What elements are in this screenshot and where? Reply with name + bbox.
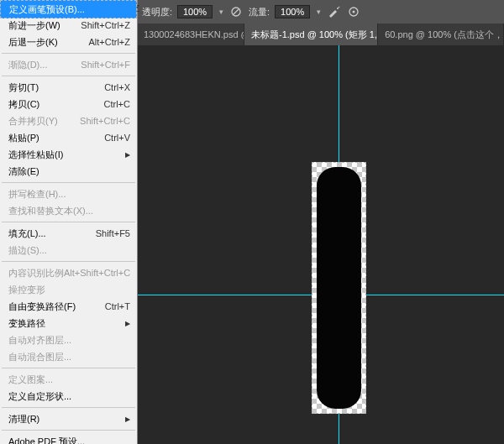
menu-item[interactable]: 粘贴(P)Ctrl+V <box>0 129 137 146</box>
menu-item-shortcut: Shift+Ctrl+C <box>80 116 130 126</box>
svg-point-4 <box>353 11 355 13</box>
flow-value[interactable]: 100% <box>275 5 310 18</box>
menu-item-shortcut: Shift+Ctrl+Z <box>81 20 130 30</box>
menu-item-label: 操控变形 <box>8 284 45 296</box>
document-tab[interactable]: 60.png @ 100% (点击这个，将 选区转 <box>378 24 504 45</box>
menu-item-label: 自由变换路径(F) <box>8 300 76 313</box>
menu-item-label: 定义图案... <box>8 373 53 386</box>
menu-item[interactable]: Adobe PDF 预设... <box>0 433 137 444</box>
menu-separator <box>2 182 135 183</box>
menu-item: 合并拷贝(Y)Shift+Ctrl+C <box>0 112 137 129</box>
menu-item-shortcut: Ctrl+V <box>104 133 130 143</box>
menu-item-label: 查找和替换文本(X)... <box>8 205 93 217</box>
pressure-opacity-icon[interactable] <box>228 4 244 19</box>
menu-item: 拼写检查(H)... <box>0 185 137 202</box>
menu-item-shortcut: Shift+Ctrl+F <box>81 60 130 70</box>
menu-item[interactable]: 后退一步(K)Alt+Ctrl+Z <box>0 34 137 50</box>
flow-label: 流量: <box>249 6 270 18</box>
menu-item-label: 变换路径 <box>8 317 45 330</box>
opacity-value[interactable]: 100% <box>177 5 213 18</box>
svg-point-2 <box>339 7 340 8</box>
menu-separator <box>2 368 135 368</box>
chevron-down-icon[interactable]: ▾ <box>317 8 321 16</box>
menu-item-label: 合并拷贝(Y) <box>8 115 58 128</box>
menu-separator <box>2 261 135 262</box>
artboard <box>312 162 366 414</box>
chevron-right-icon: ▶ <box>125 415 130 423</box>
menu-separator <box>2 53 135 54</box>
menu-item-label: 拼写检查(H)... <box>8 188 66 201</box>
menu-item[interactable]: 还原设置形状图层填充(O)Ctrl+Z <box>0 0 137 17</box>
menu-item-label: Adobe PDF 预设... <box>8 436 85 445</box>
shape-layer[interactable] <box>317 167 361 409</box>
menu-item-label: 填充(L)... <box>8 227 46 240</box>
menu-item-label: 渐隐(D)... <box>8 59 47 71</box>
document-tabs: 1300024683HEKN.psd @ 3...× 未标题-1.psd @ 1… <box>137 24 504 46</box>
menu-item-label: 粘贴(P) <box>8 132 39 144</box>
menu-item-label: 剪切(T) <box>8 81 39 94</box>
edit-menu: 还原设置形状图层填充(O)Ctrl+Z前进一步(W)Shift+Ctrl+Z后退… <box>0 0 138 444</box>
menu-item: 操控变形 <box>0 281 137 298</box>
menu-item-label: 自动对齐图层... <box>8 334 71 347</box>
chevron-right-icon: ▶ <box>125 151 130 159</box>
menu-item-shortcut: Ctrl+C <box>104 99 130 109</box>
menu-item-shortcut: Alt+Ctrl+Z <box>88 37 130 47</box>
menu-item[interactable]: 拷贝(C)Ctrl+C <box>0 96 137 112</box>
menu-item: 内容识别比例Alt+Shift+Ctrl+C <box>0 264 137 281</box>
menu-item: 自动对齐图层... <box>0 332 137 348</box>
menu-item[interactable]: 定义自定形状... <box>0 388 137 405</box>
menu-item-label: 清除(E) <box>8 165 39 178</box>
tab-label: 未标题-1.psd @ 100% (矩形 1, RGB/... <box>251 29 378 41</box>
menu-separator <box>2 222 135 222</box>
menu-item[interactable]: 剪切(T)Ctrl+X <box>0 79 137 96</box>
menu-item[interactable]: 清除(E) <box>0 163 137 180</box>
menu-separator <box>2 430 135 431</box>
menu-item-label: 前进一步(W) <box>8 19 60 32</box>
menu-item-label: 描边(S)... <box>8 244 47 257</box>
pressure-size-icon[interactable] <box>346 4 361 19</box>
menu-item-label: 内容识别比例 <box>8 267 64 279</box>
menu-item-label: 后退一步(K) <box>8 36 58 49</box>
menu-item-shortcut: Ctrl+X <box>104 82 130 92</box>
menu-item: 自动混合图层... <box>0 348 137 365</box>
document-tab[interactable]: 未标题-1.psd @ 100% (矩形 1, RGB/...× <box>244 24 378 45</box>
airbrush-icon[interactable] <box>326 4 341 19</box>
svg-point-1 <box>337 8 339 9</box>
menu-item[interactable]: 自由变换路径(F)Ctrl+T <box>0 298 137 315</box>
menu-separator <box>2 76 135 76</box>
menu-item: 描边(S)... <box>0 242 137 259</box>
menu-item[interactable]: 选择性粘贴(I)▶ <box>0 146 137 163</box>
menu-item[interactable]: 变换路径▶ <box>0 315 137 332</box>
menu-item: 定义图案... <box>0 371 137 388</box>
menu-item-label: 自动混合图层... <box>8 351 71 363</box>
tab-label: 1300024683HEKN.psd @ 3... <box>144 29 244 39</box>
menu-item-label: 还原设置形状图层填充(O) <box>8 3 114 15</box>
menu-item-shortcut: Alt+Shift+Ctrl+C <box>64 268 130 278</box>
opacity-label: 透明度: <box>142 6 172 18</box>
menu-separator <box>2 407 135 408</box>
chevron-down-icon[interactable]: ▾ <box>219 8 223 16</box>
menu-item: 渐隐(D)...Shift+Ctrl+F <box>0 56 137 73</box>
chevron-right-icon: ▶ <box>125 320 130 327</box>
menu-item-label: 选择性粘贴(I) <box>8 149 63 161</box>
canvas-area[interactable] <box>137 45 504 444</box>
menu-item[interactable]: 清理(R)▶ <box>0 410 137 427</box>
menu-item-label: 清理(R) <box>8 413 39 426</box>
menu-item[interactable]: 填充(L)...Shift+F5 <box>0 225 137 242</box>
document-tab[interactable]: 1300024683HEKN.psd @ 3...× <box>137 24 244 45</box>
menu-item-shortcut: Ctrl+T <box>105 301 130 311</box>
options-bar: 透明度: 100%▾ 流量: 100%▾ <box>137 0 504 24</box>
menu-item-label: 定义自定形状... <box>8 390 71 403</box>
menu-item-shortcut: Ctrl+Z <box>114 3 139 13</box>
menu-item-label: 拷贝(C) <box>8 98 39 111</box>
tab-label: 60.png @ 100% (点击这个，将 选区转 <box>385 29 504 41</box>
menu-item[interactable]: 前进一步(W)Shift+Ctrl+Z <box>0 17 137 34</box>
menu-item: 查找和替换文本(X)... <box>0 202 137 219</box>
menu-item-shortcut: Shift+F5 <box>96 228 130 238</box>
